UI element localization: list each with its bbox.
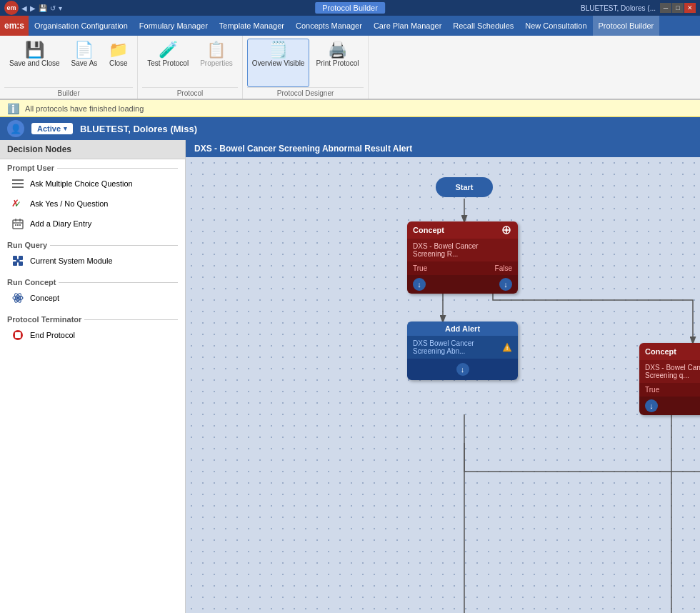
concept2-true-btn[interactable]: ↓ [645, 399, 658, 412]
nav-consultation[interactable]: New Consultation [519, 16, 592, 36]
active-tab-label: Protocol Builder [322, 4, 378, 12]
quick-undo[interactable]: ↺ [50, 4, 56, 12]
concept1-buttons: ↓ ↓ [407, 275, 518, 294]
concept2-body: DXS - Bowel Cancer Screening q... [639, 360, 700, 383]
list-icon [11, 177, 24, 190]
alert-header-label: Add Alert [445, 324, 480, 333]
section-run-query: Run Query [0, 236, 185, 251]
concept1-footer: True False [407, 261, 518, 275]
nav-concepts[interactable]: Concepts Manager [290, 16, 368, 36]
concept1-header-label: Concept [413, 226, 444, 234]
current-system-label: Current System Module [30, 256, 113, 265]
svg-rect-5 [19, 219, 21, 221]
concept2-footer: True False [639, 383, 700, 397]
alert-footer: ↓ [407, 359, 518, 380]
window-maximize[interactable]: □ [672, 3, 684, 13]
info-icon: ℹ️ [7, 103, 19, 114]
concept1-body: DXS - Bowel Cancer Screening R... [407, 239, 518, 261]
quick-more[interactable]: ▾ [59, 4, 62, 12]
node-concept-2[interactable]: Concept DXS - Bowel Cancer Screening q..… [639, 343, 700, 415]
properties-button[interactable]: 📋 Properties [195, 39, 238, 87]
run-query-label: Run Query [7, 241, 47, 249]
alert-header: Add Alert [407, 322, 518, 336]
active-label: Active [37, 124, 61, 133]
node-add-diary[interactable]: Add a Diary Entry [0, 214, 185, 234]
nav-template[interactable]: Template Manager [214, 16, 290, 36]
protocol-terminator-label: Protocol Terminator [7, 315, 81, 324]
node-start[interactable]: Start [436, 177, 493, 197]
ask-yes-no-label: Ask Yes / No Question [30, 199, 108, 208]
node-end-protocol[interactable]: End Protocol [0, 325, 185, 345]
close-button[interactable]: 📁 Close [104, 39, 133, 87]
alert-body-text: DXS Bowel Cancer Screening Abn... [413, 339, 502, 355]
node-ask-multiple[interactable]: Ask Multiple Choice Question [0, 174, 185, 194]
ribbon-group-designer: 🗒️ Overview Visible 🖨️ Print Protocol Pr… [243, 36, 369, 99]
section-run-concept: Run Concept [0, 274, 185, 288]
svg-point-14 [16, 259, 20, 263]
alert-down-btn[interactable]: ↓ [456, 363, 469, 376]
concept-label: Concept [30, 294, 59, 302]
canvas-content: Start Concept [186, 157, 700, 613]
atom-icon [11, 291, 24, 304]
nav-items: Organisation Configuration Formulary Man… [29, 16, 659, 36]
svg-rect-7 [15, 224, 16, 226]
canvas-scroll[interactable]: Start Concept [186, 157, 700, 613]
overview-visible-label: Overview Visible [252, 59, 305, 68]
node-alert[interactable]: Add Alert DXS Bowel Cancer Screening Abn… [407, 322, 518, 380]
concept1-header: Concept [407, 221, 518, 239]
panel-title: Decision Nodes [0, 140, 185, 159]
save-close-label: Save and Close [9, 59, 60, 68]
save-close-button[interactable]: 💾 Save and Close [4, 39, 65, 87]
puzzle-icon [11, 254, 24, 267]
svg-rect-1 [12, 183, 24, 184]
print-protocol-button[interactable]: 🖨️ Print Protocol [311, 39, 364, 87]
nav-careplan[interactable]: Care Plan Manager [368, 16, 447, 36]
nav-protocol-builder[interactable]: Protocol Builder [593, 16, 660, 36]
info-bar: ℹ️ All protocols have finished loading [0, 100, 700, 117]
concept1-settings-icon[interactable] [501, 224, 512, 236]
canvas-container: DXS - Bowel Cancer Screening Abnormal Re… [186, 140, 700, 613]
main-area: Decision Nodes Prompt User Ask Multiple … [0, 140, 700, 613]
node-concept-1[interactable]: Concept DXS - Bowel C [407, 221, 518, 294]
save-as-button[interactable]: 📄 Save As [66, 39, 103, 87]
concept1-false-btn[interactable]: ↓ [499, 278, 512, 291]
concept1-true-btn[interactable]: ↓ [413, 278, 426, 291]
quick-access-back[interactable]: ◀ [21, 4, 27, 12]
calendar-icon [11, 217, 24, 230]
window-close[interactable]: ✕ [684, 3, 696, 13]
alert-body: DXS Bowel Cancer Screening Abn... ! [407, 336, 518, 359]
user-avatar: 👤 [7, 120, 24, 137]
check-cross-icon: ✗ ✓ [11, 197, 24, 210]
svg-rect-0 [12, 179, 24, 181]
test-protocol-button[interactable]: 🧪 Test Protocol [142, 39, 194, 87]
node-concept[interactable]: Concept [0, 288, 185, 308]
nav-recall[interactable]: Recall Schedules [447, 16, 519, 36]
builder-group-label: Builder [4, 87, 133, 97]
concept2-buttons: ↓ ↓ [639, 397, 700, 415]
close-label: Close [109, 59, 128, 68]
active-status-pill[interactable]: Active ▾ [31, 123, 73, 134]
protocol-group-label: Protocol [142, 87, 237, 97]
window-minimize[interactable]: ─ [660, 3, 671, 13]
ribbon: 💾 Save and Close 📄 Save As 📁 Close Build… [0, 36, 700, 100]
svg-text:!: ! [506, 345, 509, 352]
node-ask-yes-no[interactable]: ✗ ✓ Ask Yes / No Question [0, 194, 185, 214]
nav-formulary[interactable]: Formulary Manager [134, 16, 214, 36]
node-current-system[interactable]: Current System Module [0, 251, 185, 271]
stop-icon [11, 329, 24, 342]
nav-bar: em:s Organisation Configuration Formular… [0, 16, 700, 36]
svg-rect-2 [12, 186, 24, 188]
warning-icon: ! [502, 342, 512, 353]
ask-multiple-label: Ask Multiple Choice Question [30, 179, 133, 188]
svg-point-15 [16, 296, 19, 299]
left-panel: Decision Nodes Prompt User Ask Multiple … [0, 140, 186, 613]
nav-org[interactable]: Organisation Configuration [29, 16, 134, 36]
svg-rect-13 [19, 261, 23, 266]
concept1-false-label: False [495, 264, 512, 272]
info-message: All protocols have finished loading [25, 104, 144, 113]
end-protocol-label: End Protocol [30, 331, 75, 339]
overview-visible-button[interactable]: 🗒️ Overview Visible [247, 39, 310, 87]
quick-access-forward[interactable]: ▶ [30, 4, 36, 12]
quick-save[interactable]: 💾 [39, 4, 47, 12]
ribbon-group-protocol: 🧪 Test Protocol 📋 Properties Protocol [138, 36, 242, 99]
